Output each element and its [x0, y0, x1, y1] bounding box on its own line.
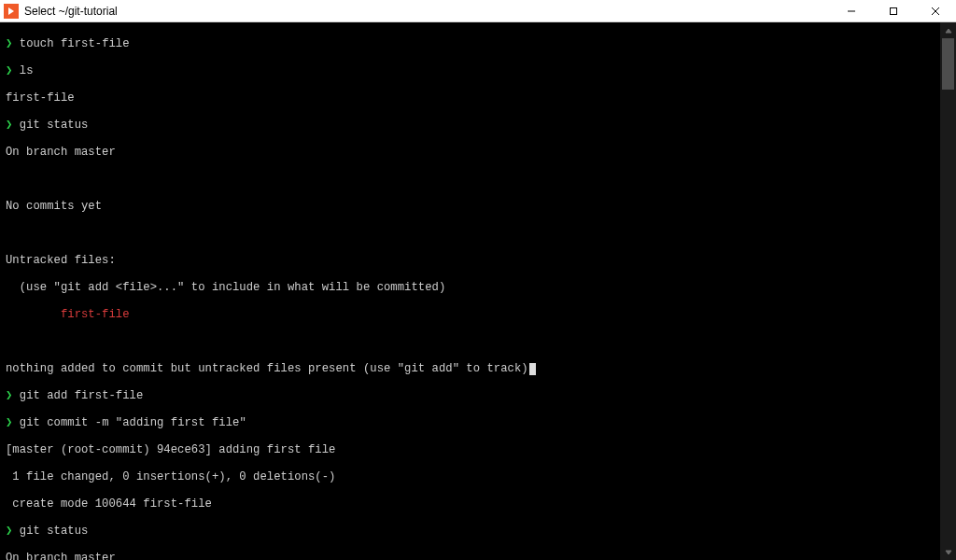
window-controls: [830, 0, 956, 21]
output-line: On branch master: [6, 552, 956, 561]
output-line: On branch master: [6, 146, 956, 160]
svg-marker-6: [946, 551, 951, 554]
terminal-output: ❯ touch first-file ❯ ls first-file ❯ git…: [0, 22, 956, 560]
prompt-char: ❯: [6, 389, 12, 402]
svg-marker-5: [946, 29, 951, 33]
blank-line: [6, 173, 956, 187]
output-line: [master (root-commit) 94ece63] adding fi…: [6, 443, 956, 457]
terminal-area[interactable]: ❯ touch first-file ❯ ls first-file ❯ git…: [0, 22, 956, 560]
cmd-line: git commit -m "adding first file": [20, 416, 246, 429]
cmd-line: git status: [20, 119, 89, 132]
output-line: Untracked files:: [6, 254, 956, 268]
prompt-char: ❯: [6, 64, 12, 77]
output-line: No commits yet: [6, 200, 956, 214]
prompt-char: ❯: [6, 525, 12, 538]
svg-rect-2: [890, 7, 896, 14]
cmd-line: ls: [20, 64, 34, 77]
output-line-untracked: first-file: [6, 308, 956, 322]
blank-line: [6, 335, 956, 349]
prompt-char: ❯: [6, 119, 12, 132]
minimize-button[interactable]: [830, 0, 872, 21]
close-button[interactable]: [914, 0, 956, 21]
cmd-line: git add first-file: [20, 389, 144, 402]
vertical-scrollbar[interactable]: [940, 22, 956, 560]
output-line: (use "git add <file>..." to include in w…: [6, 281, 956, 295]
output-line: first-file: [6, 91, 956, 105]
window-titlebar: Select ~/git-tutorial: [0, 0, 956, 22]
output-line: create mode 100644 first-file: [6, 497, 956, 511]
output-line: 1 file changed, 0 insertions(+), 0 delet…: [6, 470, 956, 484]
svg-marker-0: [8, 7, 14, 15]
scroll-thumb[interactable]: [942, 38, 954, 90]
maximize-button[interactable]: [872, 0, 914, 21]
prompt-char: ❯: [6, 416, 12, 429]
cmd-line: touch first-file: [20, 37, 130, 50]
scroll-up-button[interactable]: [940, 22, 956, 38]
output-line: nothing added to commit but untracked fi…: [6, 362, 956, 376]
prompt-char: ❯: [6, 37, 12, 50]
cmd-line: git status: [20, 525, 89, 538]
cursor-block: [529, 363, 536, 375]
window-title: Select ~/git-tutorial: [24, 5, 118, 18]
blank-line: [6, 227, 956, 241]
scroll-track[interactable]: [940, 38, 956, 544]
scroll-down-button[interactable]: [940, 544, 956, 560]
app-icon: [4, 4, 19, 19]
